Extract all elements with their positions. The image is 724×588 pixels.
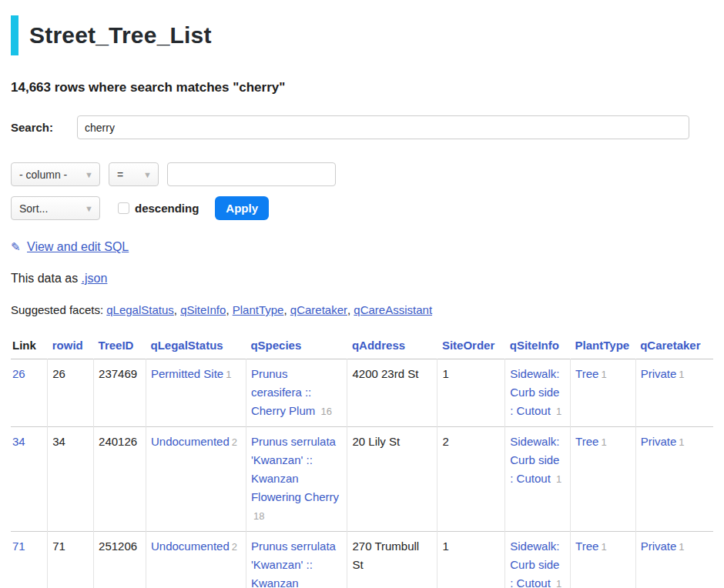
results-table: Link rowid TreeID qLegalStatus qSpecies …	[11, 331, 713, 588]
column-header-qaddress: qAddress	[352, 339, 405, 352]
facet-count: 1	[679, 369, 684, 380]
facet-count: 2	[232, 541, 237, 553]
cell-legal-link[interactable]: Permitted Site	[151, 367, 223, 380]
row-link[interactable]: 34	[12, 435, 25, 448]
cell-planttype-link[interactable]: Tree	[575, 540, 598, 553]
json-link[interactable]: .json	[82, 272, 108, 285]
filter-column-select-value: - column -	[19, 169, 67, 181]
cell-planttype-link[interactable]: Tree	[575, 435, 598, 448]
cell-legal-link[interactable]: Undocumented	[151, 435, 230, 448]
row-link[interactable]: 26	[12, 367, 25, 380]
chevron-down-icon: ▼	[85, 204, 93, 213]
chevron-down-icon: ▼	[85, 170, 93, 179]
descending-checkbox[interactable]	[118, 202, 129, 214]
filter-operator-select-value: =	[117, 169, 123, 181]
column-header-qsiteinfo: qSiteInfo	[510, 339, 559, 352]
cell-planttype-link[interactable]: Tree	[575, 367, 598, 380]
page-header: Street_Tree_List	[11, 15, 713, 55]
apply-button[interactable]: Apply	[215, 196, 269, 220]
facet-link-planttype[interactable]: PlantType	[233, 303, 290, 316]
sort-select[interactable]: Sort... ▼	[11, 196, 100, 220]
row-link[interactable]: 71	[12, 540, 25, 553]
facet-count: 1	[226, 369, 231, 380]
facet-count: 1	[556, 406, 561, 417]
cell-species-link[interactable]: Prunus serrulata 'Kwanzan' :: Kwanzan Fl…	[251, 540, 339, 588]
facet-count: 1	[601, 369, 606, 380]
table-header-row: Link rowid TreeID qLegalStatus qSpecies …	[11, 331, 713, 359]
cell-rowid: 71	[48, 532, 94, 588]
cell-siteorder: 1	[437, 532, 505, 588]
facet-count: 1	[556, 578, 561, 588]
search-row: Search:	[11, 115, 713, 139]
filter-value-input[interactable]	[167, 162, 336, 186]
row-count-summary: 14,663 rows where search matches "cherry…	[11, 80, 713, 95]
cell-species-link[interactable]: Prunus serrulata 'Kwanzan' :: Kwanzan Fl…	[251, 435, 339, 503]
column-header-qlegalstatus: qLegalStatus	[151, 339, 223, 352]
cell-caretaker-link[interactable]: Private	[641, 367, 677, 380]
column-header-link: Link	[11, 331, 48, 359]
cell-siteinfo-link[interactable]: Sidewalk: Curb side : Cutout	[510, 435, 559, 485]
chevron-down-icon: ▼	[143, 170, 152, 179]
table-row: 71 71 251206 Undocumented2 Prunus serrul…	[11, 532, 713, 588]
table-row: 34 34 240126 Undocumented2 Prunus serrul…	[11, 427, 713, 532]
facet-link-qcaretaker[interactable]: qCaretaker	[290, 303, 354, 316]
column-header-siteorder: SiteOrder	[442, 339, 494, 352]
cell-siteorder: 1	[437, 359, 505, 427]
facet-link-qcareassistant[interactable]: qCareAssistant	[354, 303, 432, 316]
cell-caretaker-link[interactable]: Private	[641, 435, 677, 448]
facet-count: 16	[320, 406, 331, 417]
column-header-planttype: PlantType	[575, 339, 630, 352]
search-input[interactable]	[77, 115, 689, 139]
cell-treeid: 240126	[94, 427, 146, 532]
facet-count: 2	[232, 436, 237, 448]
suggested-facets-line: Suggested facets: qLegalStatusqSiteInfoP…	[11, 303, 713, 316]
facet-count: 1	[679, 436, 684, 448]
cell-rowid: 34	[48, 427, 94, 532]
sort-select-value: Sort...	[19, 202, 48, 215]
cell-address: 270 Trumbull St	[347, 532, 437, 588]
page-title: Street_Tree_List	[29, 22, 212, 48]
facet-count: 1	[601, 436, 606, 448]
facet-count: 1	[601, 541, 606, 553]
cell-siteorder: 2	[437, 427, 505, 532]
filter-operator-select[interactable]: = ▼	[109, 162, 159, 186]
facet-count: 18	[253, 510, 264, 522]
cell-address: 20 Lily St	[347, 427, 437, 532]
cell-address: 4200 23rd St	[347, 359, 437, 427]
column-header-rowid: rowid	[52, 339, 83, 352]
filter-row: - column - ▼ = ▼	[11, 162, 713, 186]
pencil-icon: ✎	[11, 240, 21, 253]
sql-line: ✎ View and edit SQL	[11, 240, 713, 254]
filter-column-select[interactable]: - column - ▼	[11, 162, 100, 186]
sort-row: Sort... ▼ descending Apply	[11, 196, 713, 220]
column-header-qspecies: qSpecies	[250, 339, 301, 352]
column-header-treeid: TreeID	[99, 339, 134, 352]
column-header-qcaretaker: qCaretaker	[640, 339, 700, 352]
search-label: Search:	[11, 121, 77, 134]
cell-legal-link[interactable]: Undocumented	[151, 540, 230, 553]
cell-siteinfo-link[interactable]: Sidewalk: Curb side : Cutout	[510, 540, 559, 588]
facets-prefix: Suggested facets:	[11, 303, 106, 316]
data-as-prefix: This data as	[11, 272, 82, 285]
table-row: 26 26 237469 Permitted Site1 Prunus cera…	[11, 359, 713, 427]
facet-count: 1	[679, 541, 684, 553]
facet-count: 1	[556, 473, 561, 485]
cell-rowid: 26	[48, 359, 94, 427]
accent-bar	[11, 15, 18, 55]
cell-treeid: 251206	[94, 532, 146, 588]
cell-siteinfo-link[interactable]: Sidewalk: Curb side : Cutout	[510, 367, 559, 417]
cell-caretaker-link[interactable]: Private	[641, 540, 677, 553]
facet-link-qlegalstatus[interactable]: qLegalStatus	[106, 303, 180, 316]
data-as-line: This data as .json	[11, 272, 713, 286]
facet-link-qsiteinfo[interactable]: qSiteInfo	[180, 303, 233, 316]
descending-label: descending	[135, 202, 199, 215]
cell-species-link[interactable]: Prunus cerasifera :: Cherry Plum	[251, 367, 315, 417]
view-edit-sql-link[interactable]: View and edit SQL	[27, 240, 129, 253]
cell-treeid: 237469	[94, 359, 146, 427]
